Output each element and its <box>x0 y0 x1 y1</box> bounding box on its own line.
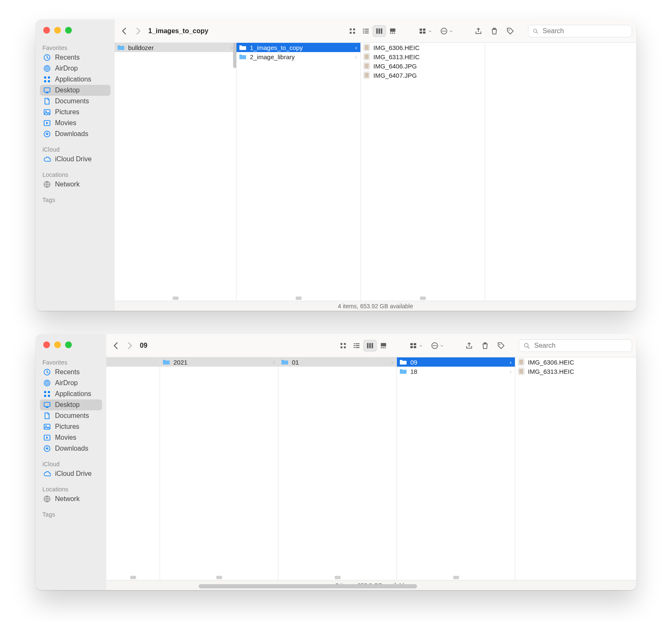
folder-row[interactable]: 2_image_library› <box>236 52 360 61</box>
minimize-button[interactable] <box>54 341 61 348</box>
column-1[interactable]: bulldozer› <box>115 43 236 301</box>
sidebar-item-label: Network <box>55 495 80 503</box>
view-list-button[interactable] <box>359 25 373 37</box>
share-button[interactable] <box>472 25 484 37</box>
sidebar-item-movies[interactable]: Movies <box>40 432 102 443</box>
close-button[interactable] <box>43 341 50 348</box>
file-row[interactable]: IMG_6313.HEIC <box>515 367 636 376</box>
sidebar-item-label: Desktop <box>55 401 80 409</box>
column-resize-handle[interactable] <box>296 297 302 300</box>
sidebar-item-documents[interactable]: Documents <box>40 96 110 107</box>
forward-button[interactable] <box>132 25 144 37</box>
folder-row[interactable]: 2021› <box>160 357 278 367</box>
column-4[interactable] <box>485 43 636 301</box>
sidebar-item-airdrop[interactable]: AirDrop <box>40 63 110 74</box>
search-input[interactable] <box>533 341 619 350</box>
toolbar: 1_images_to_copy <box>115 19 636 43</box>
file-row[interactable]: IMG_6406.JPG <box>361 61 485 71</box>
tag-button[interactable] <box>495 340 507 352</box>
trash-button[interactable] <box>488 25 500 37</box>
folder-row[interactable]: 09› <box>397 357 515 367</box>
back-button[interactable] <box>119 25 131 37</box>
view-icons-button[interactable] <box>336 340 350 352</box>
column-1[interactable]: 2021› <box>160 357 278 580</box>
forward-button[interactable] <box>124 340 136 352</box>
trash-button[interactable] <box>479 340 491 352</box>
column-3[interactable]: 09›18› <box>397 357 515 580</box>
column-4[interactable]: IMG_6306.HEICIMG_6313.HEIC <box>515 357 636 580</box>
column-resize-handle[interactable] <box>173 297 178 300</box>
search-input[interactable] <box>542 27 627 35</box>
fullscreen-button[interactable] <box>65 341 72 348</box>
sidebar-item-pictures[interactable]: Pictures <box>40 421 102 432</box>
column-resize-handle[interactable] <box>130 576 136 579</box>
sidebar-item-applications[interactable]: Applications <box>40 388 102 399</box>
sidebar-item-desktop[interactable]: Desktop <box>40 399 102 410</box>
scrollbar-thumb[interactable] <box>233 43 236 68</box>
file-row[interactable]: IMG_6313.HEIC <box>361 52 485 61</box>
group-by-button[interactable] <box>408 340 425 352</box>
view-columns-button[interactable] <box>363 340 377 352</box>
folder-row[interactable]: 01› <box>278 357 396 367</box>
sidebar-item-airdrop[interactable]: AirDrop <box>40 378 102 388</box>
sidebar-header-locations: Locations <box>40 481 102 493</box>
column-2[interactable]: 1_images_to_copy›2_image_library› <box>236 43 361 301</box>
sidebar-item-documents[interactable]: Documents <box>40 410 102 421</box>
sidebar-item-pictures[interactable]: Pictures <box>40 107 110 118</box>
column-resize-handle[interactable] <box>335 576 341 579</box>
view-gallery-button[interactable] <box>377 340 390 352</box>
action-menu-button[interactable] <box>429 340 446 352</box>
sidebar-item-recents[interactable]: Recents <box>40 52 110 63</box>
view-list-button[interactable] <box>350 340 363 352</box>
status-bar: 4 items, 653.92 GB available <box>115 301 636 311</box>
share-button[interactable] <box>463 340 475 352</box>
group-by-button[interactable] <box>417 25 434 37</box>
column-resize-handle[interactable] <box>453 576 459 579</box>
sidebar-icloud: iCloud iCloud Drive <box>36 139 115 165</box>
search-field[interactable] <box>528 25 632 37</box>
sidebar-item-movies[interactable]: Movies <box>40 118 110 129</box>
window-controls <box>36 19 115 38</box>
view-icons-button[interactable] <box>346 25 359 37</box>
sidebar-header-locations: Locations <box>40 166 110 179</box>
fullscreen-button[interactable] <box>65 27 72 34</box>
item-name: 2_image_library <box>250 53 295 60</box>
folder-row[interactable]: 1_images_to_copy› <box>236 43 360 52</box>
sidebar-item-icloud-drive[interactable]: iCloud Drive <box>40 468 102 479</box>
column-0[interactable] <box>106 357 160 580</box>
file-row[interactable]: IMG_6306.HEIC <box>361 43 485 52</box>
folder-icon <box>399 359 407 365</box>
sidebar-item-desktop[interactable]: Desktop <box>40 85 110 96</box>
sidebar-item-label: AirDrop <box>55 65 78 72</box>
item-name: IMG_6313.HEIC <box>528 368 574 375</box>
column-3[interactable]: IMG_6306.HEICIMG_6313.HEICIMG_6406.JPGIM… <box>361 43 485 301</box>
close-button[interactable] <box>43 27 50 34</box>
file-row[interactable]: IMG_6407.JPG <box>361 71 485 80</box>
window-title: 1_images_to_copy <box>146 27 208 35</box>
sidebar-item-downloads[interactable]: Downloads <box>40 129 110 139</box>
column-resize-handle[interactable] <box>420 297 426 300</box>
sidebar-item-applications[interactable]: Applications <box>40 74 110 85</box>
list-item[interactable] <box>106 357 160 367</box>
sidebar-item-network[interactable]: Network <box>40 179 110 190</box>
back-button[interactable] <box>110 340 122 352</box>
clock-icon <box>43 368 51 376</box>
minimize-button[interactable] <box>54 27 61 34</box>
file-row[interactable]: IMG_6306.HEIC <box>515 357 636 367</box>
view-gallery-button[interactable] <box>386 25 399 37</box>
sidebar-item-downloads[interactable]: Downloads <box>40 443 102 454</box>
sidebar-item-icloud-drive[interactable]: iCloud Drive <box>40 154 110 165</box>
folder-row[interactable]: 18› <box>397 367 515 376</box>
column-resize-handle[interactable] <box>216 576 222 579</box>
folder-row[interactable]: bulldozer› <box>115 43 236 52</box>
horizontal-scrollbar-thumb[interactable] <box>199 584 417 588</box>
sidebar-item-recents[interactable]: Recents <box>40 367 102 378</box>
sidebar-tags: Tags <box>36 190 115 204</box>
tag-button[interactable] <box>504 25 516 37</box>
view-columns-button[interactable] <box>373 25 386 37</box>
search-field[interactable] <box>519 339 632 352</box>
column-2[interactable]: 01› <box>278 357 397 580</box>
sidebar-favorites: Favorites RecentsAirDropApplicationsDesk… <box>36 38 115 139</box>
sidebar-item-network[interactable]: Network <box>40 493 102 504</box>
action-menu-button[interactable] <box>438 25 455 37</box>
